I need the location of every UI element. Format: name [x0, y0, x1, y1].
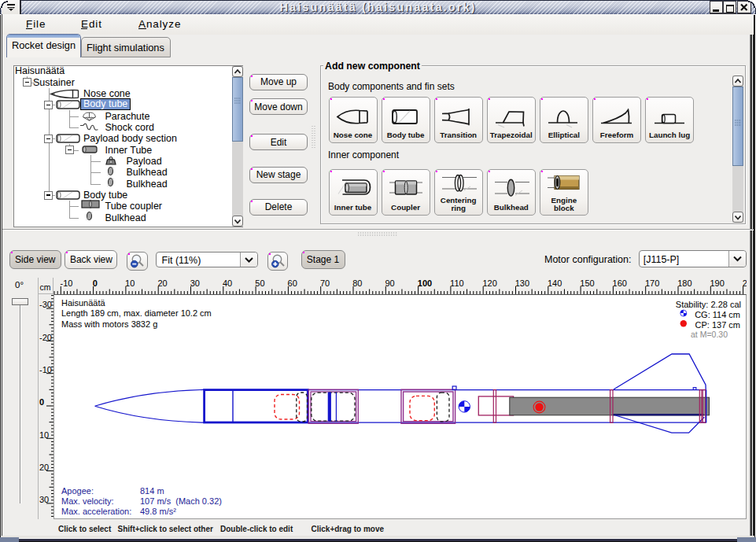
- svg-text:30: 30: [190, 278, 200, 288]
- svg-text:60: 60: [288, 278, 297, 288]
- svg-text:70: 70: [320, 278, 330, 288]
- svg-text:110: 110: [450, 278, 464, 288]
- svg-text:50: 50: [255, 278, 264, 288]
- svg-text:170: 170: [645, 278, 659, 288]
- svg-text:20: 20: [157, 278, 167, 288]
- svg-text:0: 0: [39, 397, 44, 407]
- svg-text:0: 0: [93, 278, 98, 288]
- svg-text:130: 130: [515, 278, 529, 288]
- svg-text:200: 200: [743, 278, 747, 288]
- svg-text:140: 140: [548, 278, 562, 288]
- svg-text:150: 150: [580, 278, 594, 288]
- svg-text:-30: -30: [39, 300, 52, 309]
- svg-text:10: 10: [39, 430, 49, 440]
- svg-text:30: 30: [39, 495, 49, 504]
- svg-text:-20: -20: [39, 333, 52, 342]
- svg-text:100: 100: [418, 278, 432, 288]
- svg-text:40: 40: [223, 278, 232, 288]
- svg-text:120: 120: [482, 278, 496, 288]
- svg-text:-10: -10: [61, 278, 73, 288]
- svg-text:90: 90: [385, 278, 395, 288]
- svg-text:80: 80: [352, 278, 362, 288]
- svg-text:180: 180: [677, 278, 691, 288]
- svg-text:160: 160: [613, 278, 627, 288]
- svg-text:10: 10: [125, 278, 135, 288]
- svg-text:20: 20: [39, 463, 49, 472]
- svg-text:190: 190: [710, 278, 725, 288]
- svg-text:-10: -10: [39, 365, 52, 374]
